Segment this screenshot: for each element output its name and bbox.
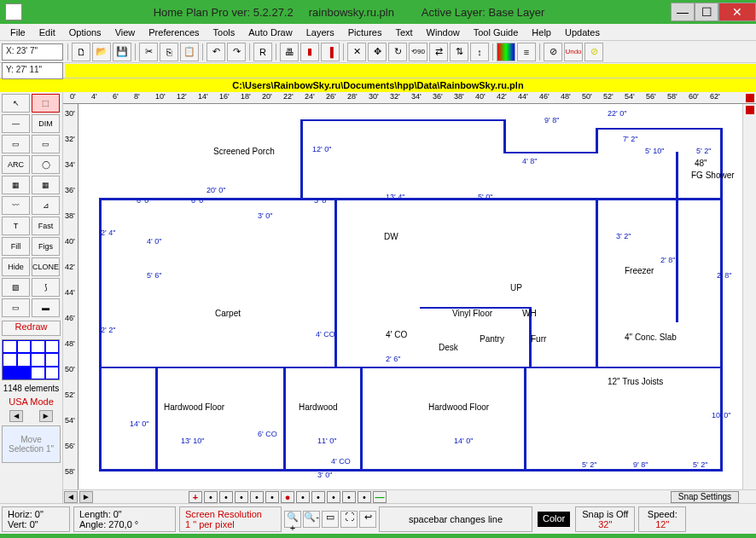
- minimize-button[interactable]: —: [671, 3, 695, 21]
- tool-12[interactable]: T: [2, 217, 30, 235]
- tool-7[interactable]: ◯: [32, 155, 60, 174]
- layer-dot[interactable]: •: [219, 491, 233, 503]
- menu-text[interactable]: Text: [388, 26, 419, 39]
- menubar: FileEditOptionsViewPreferencesToolsAuto …: [0, 24, 756, 41]
- right-arrow-icon[interactable]: ►: [39, 410, 53, 422]
- undo-icon[interactable]: ↶: [206, 43, 225, 61]
- new-icon[interactable]: 🗋: [72, 43, 90, 61]
- menu-view[interactable]: View: [108, 26, 142, 39]
- layer-dot[interactable]: •: [204, 491, 218, 503]
- tool-5[interactable]: ▭: [32, 135, 60, 153]
- snap-settings-button[interactable]: Snap Settings: [671, 491, 739, 503]
- vertical-scrollbar[interactable]: [742, 104, 756, 489]
- layer-dot[interactable]: •: [265, 491, 279, 503]
- layer-dot[interactable]: •: [358, 491, 371, 503]
- open-icon[interactable]: 📂: [92, 43, 111, 61]
- floorplan-label: 3' 0": [258, 211, 272, 220]
- zoom-fit-icon[interactable]: ⛶: [340, 511, 358, 528]
- tool-14[interactable]: Fill: [2, 237, 30, 256]
- layer-dot[interactable]: •: [327, 491, 340, 503]
- scale-icon[interactable]: ↕: [470, 43, 489, 61]
- redo-icon[interactable]: ↷: [227, 43, 246, 61]
- layer-dot[interactable]: •: [296, 491, 310, 503]
- wall-icon[interactable]: ▐: [321, 43, 340, 61]
- lines-icon[interactable]: ≡: [517, 43, 536, 61]
- layer-dot[interactable]: +: [189, 491, 202, 503]
- save-icon[interactable]: 💾: [113, 43, 131, 61]
- flip-icon[interactable]: ⇄: [429, 43, 448, 61]
- palette-icon[interactable]: [497, 43, 515, 61]
- redact-icon[interactable]: ⊘: [544, 43, 562, 61]
- tool-1[interactable]: ⬚: [32, 94, 60, 113]
- zoom-prev-icon[interactable]: ↩: [359, 511, 376, 528]
- floorplan-label: 6' 0": [137, 196, 151, 205]
- rotate-icon[interactable]: ↻: [388, 43, 407, 61]
- floorplan-label: 5' 6": [147, 271, 161, 280]
- wall-line: [300, 119, 505, 121]
- tool-2[interactable]: —: [2, 114, 30, 133]
- menu-pictures[interactable]: Pictures: [341, 26, 389, 39]
- floorplan-canvas[interactable]: Screened PorchCarpet4' COVinyl FloorDesk…: [79, 104, 742, 489]
- tool-3[interactable]: DIM: [32, 114, 60, 133]
- copy-icon[interactable]: ⎘: [160, 43, 178, 61]
- color-button[interactable]: Color: [538, 512, 570, 527]
- layer-dot[interactable]: •: [342, 491, 356, 503]
- ruler-marker-icon: [746, 94, 754, 102]
- tool-19[interactable]: ⟆: [32, 278, 60, 297]
- tool-20[interactable]: ▭: [2, 298, 30, 317]
- layer-dot[interactable]: •: [250, 491, 264, 503]
- menu-help[interactable]: Help: [525, 26, 558, 39]
- mirror-icon[interactable]: ⇅: [450, 43, 468, 61]
- undo2-icon[interactable]: Undo: [564, 43, 583, 61]
- layer-dot[interactable]: •: [235, 491, 248, 503]
- menu-file[interactable]: File: [3, 26, 32, 39]
- menu-window[interactable]: Window: [420, 26, 467, 39]
- tool-11[interactable]: ⊿: [32, 196, 60, 215]
- zoom-in-icon[interactable]: 🔍+: [284, 511, 301, 528]
- print-icon[interactable]: 🖶: [280, 43, 299, 61]
- menu-preferences[interactable]: Preferences: [142, 26, 206, 39]
- menu-tools[interactable]: Tools: [206, 26, 242, 39]
- maximize-button[interactable]: ☐: [695, 3, 718, 21]
- tool-16[interactable]: Hide: [2, 257, 30, 276]
- redraw-button[interactable]: Redraw: [2, 321, 61, 336]
- tool-0[interactable]: ↖: [2, 94, 30, 113]
- tool-13[interactable]: Fast: [32, 217, 60, 235]
- left-arrow-icon[interactable]: ◄: [9, 410, 23, 422]
- layer-dot[interactable]: •: [311, 491, 325, 503]
- close-button[interactable]: ✕: [718, 3, 756, 21]
- scroll-right-icon[interactable]: ►: [79, 491, 93, 503]
- drawing-area: 0'4'6'8'10'12'14'16'18'20'22'24'26'28'30…: [63, 92, 756, 503]
- zoom-out-icon[interactable]: 🔍-: [303, 511, 320, 528]
- floorplan-label: 4' CO: [316, 330, 335, 338]
- stop-icon[interactable]: ⊘: [584, 43, 603, 61]
- tool-9[interactable]: ▦: [32, 176, 60, 194]
- menu-updates[interactable]: Updates: [558, 26, 607, 39]
- tool-17[interactable]: CLONE: [32, 257, 60, 276]
- paste-icon[interactable]: 📋: [180, 43, 199, 61]
- menu-layers[interactable]: Layers: [299, 26, 341, 39]
- tool-21[interactable]: ▬: [32, 298, 60, 317]
- rotate90-icon[interactable]: ⟲90: [409, 43, 427, 61]
- menu-auto-draw[interactable]: Auto Draw: [241, 26, 299, 39]
- door-icon[interactable]: ▮: [300, 43, 319, 61]
- menu-tool-guide[interactable]: Tool Guide: [467, 26, 526, 39]
- move-icon[interactable]: ✥: [368, 43, 387, 61]
- scroll-left-icon[interactable]: ◄: [64, 491, 78, 503]
- menu-options[interactable]: Options: [62, 26, 108, 39]
- layer-dot[interactable]: —: [373, 491, 387, 503]
- redraw-icon[interactable]: R: [253, 43, 272, 61]
- tool-18[interactable]: ▨: [2, 278, 30, 297]
- tool-10[interactable]: 〰: [2, 196, 30, 215]
- zoom-window-icon[interactable]: ▭: [322, 511, 339, 528]
- pattern-picker[interactable]: [2, 339, 60, 380]
- tool-4[interactable]: ▭: [2, 135, 30, 153]
- cut-icon[interactable]: ✂: [139, 43, 158, 61]
- tool-6[interactable]: ARC: [2, 155, 30, 174]
- tool-8[interactable]: ▦: [2, 176, 30, 194]
- horizontal-scrollbar[interactable]: ◄ ► + • • • • • ● • • • • • — Snap Setti…: [63, 489, 756, 503]
- layer-dot[interactable]: ●: [281, 491, 294, 503]
- tool-15[interactable]: Figs: [32, 237, 60, 256]
- erase-icon[interactable]: ✕: [347, 43, 366, 61]
- menu-edit[interactable]: Edit: [32, 26, 62, 39]
